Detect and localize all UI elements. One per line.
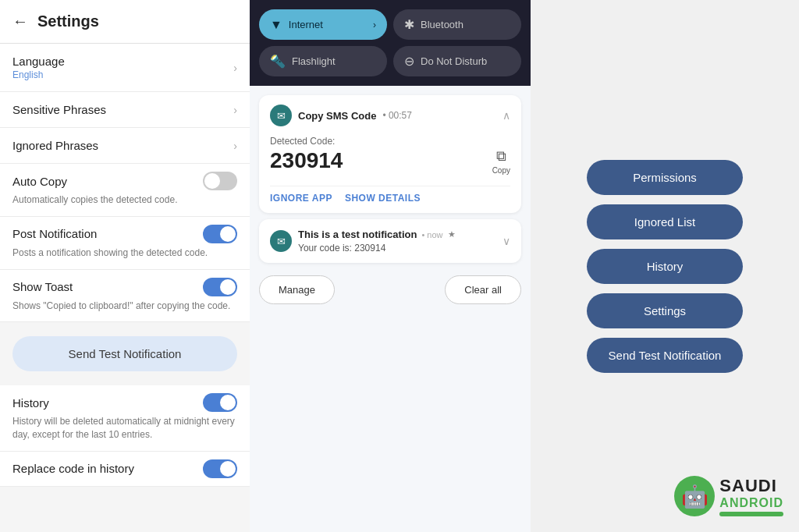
- quick-settings-bar: ▼ Internet › ✱ Bluetooth 🔦 Flashlight ⊖ …: [250, 0, 531, 86]
- copy-icon: ⧉: [496, 148, 506, 165]
- qs-dnd-label: Do Not Disturb: [421, 55, 487, 67]
- notification-bottom-actions: Manage Clear all: [259, 269, 521, 307]
- ignore-app-button[interactable]: IGNORE APP: [270, 193, 332, 204]
- notif2-time: • now: [421, 230, 442, 239]
- dnd-icon: ⊖: [404, 54, 414, 69]
- send-test-notification-button[interactable]: Send Test Notification: [12, 336, 237, 371]
- settings-item-language[interactable]: Language English ›: [0, 44, 250, 92]
- notification-card-2: ✉ This is a test notification • now ★ Yo…: [259, 219, 521, 263]
- logo-saudi-text: SAUDI: [719, 476, 783, 496]
- back-button[interactable]: ←: [12, 12, 28, 30]
- settings-list: Language English › Sensitive Phrases › I…: [0, 44, 250, 532]
- notif2-expand-icon[interactable]: ∨: [502, 235, 510, 247]
- right-panel: Permissions Ignored List History Setting…: [531, 0, 799, 532]
- show-toast-desc: Shows "Copied to clipboard!" after copyi…: [12, 300, 237, 317]
- settings-button[interactable]: Settings: [587, 293, 743, 328]
- qs-internet-label: Internet: [289, 19, 323, 30]
- qs-internet-button[interactable]: ▼ Internet ›: [259, 9, 387, 40]
- logo-android-text: ANDROID: [719, 496, 783, 510]
- copy-button[interactable]: ⧉ Copy: [492, 148, 510, 175]
- send-test-notification-button[interactable]: Send Test Notification: [587, 338, 743, 373]
- qs-bluetooth-button[interactable]: ✱ Bluetooth: [393, 9, 521, 40]
- toggle-item-replace-history: Replace code in history: [0, 452, 250, 487]
- chevron-right-icon: ›: [233, 140, 237, 152]
- qs-flashlight-label: Flashlight: [292, 55, 336, 67]
- bluetooth-icon: ✱: [404, 17, 414, 32]
- notif1-time: • 00:57: [382, 110, 412, 121]
- middle-panel: ▼ Internet › ✱ Bluetooth 🔦 Flashlight ⊖ …: [250, 0, 531, 532]
- language-sublabel: English: [12, 69, 65, 80]
- ignored-list-button[interactable]: Ignored List: [587, 204, 743, 239]
- auto-copy-desc: Automatically copies the detected code.: [12, 193, 237, 211]
- replace-history-label: Replace code in history: [12, 462, 134, 475]
- history-button[interactable]: History: [587, 249, 743, 284]
- detected-label: Detected Code:: [270, 136, 510, 147]
- flashlight-icon: 🔦: [270, 54, 286, 69]
- logo-robot-icon: 🤖: [674, 476, 715, 516]
- post-notification-desc: Posts a notification showing the detecte…: [12, 246, 237, 264]
- history-label: History: [12, 396, 49, 410]
- show-toast-toggle[interactable]: [203, 278, 237, 296]
- notification-card-1: ✉ Copy SMS Code • 00:57 ∧ Detected Code:…: [259, 95, 521, 213]
- show-details-button[interactable]: SHOW DETAILS: [345, 193, 421, 204]
- notif2-title: This is a test notification: [298, 229, 417, 240]
- settings-item-ignored-phrases[interactable]: Ignored Phrases ›: [0, 128, 250, 164]
- toggle-item-history: History History will be deleted automati…: [0, 385, 250, 452]
- language-label: Language: [12, 55, 65, 68]
- logo-area: 🤖 SAUDI ANDROID: [674, 476, 783, 516]
- logo-text: SAUDI ANDROID: [719, 476, 783, 516]
- history-desc: History will be deleted automatically at…: [12, 415, 237, 446]
- manage-button[interactable]: Manage: [259, 275, 335, 304]
- app-icon-test: ✉: [270, 230, 292, 252]
- chevron-right-icon: ›: [233, 104, 237, 116]
- ignored-phrases-label: Ignored Phrases: [12, 139, 98, 152]
- qs-bluetooth-label: Bluetooth: [421, 19, 463, 30]
- auto-copy-toggle[interactable]: [203, 172, 237, 190]
- toggle-item-auto-copy: Auto Copy Automatically copies the detec…: [0, 164, 250, 217]
- history-toggle[interactable]: [203, 393, 237, 412]
- notification-panel: ✉ Copy SMS Code • 00:57 ∧ Detected Code:…: [250, 86, 531, 532]
- show-toast-label: Show Toast: [12, 280, 73, 293]
- chevron-right-icon: ›: [233, 62, 237, 74]
- left-settings-panel: ← Settings Language English › Sensitive …: [0, 0, 250, 532]
- notif1-expand-icon[interactable]: ∧: [502, 109, 510, 122]
- detected-code: 230914: [270, 148, 343, 173]
- settings-item-sensitive-phrases[interactable]: Sensitive Phrases ›: [0, 92, 250, 128]
- notif2-body: Your code is: 230914: [298, 243, 456, 254]
- wifi-icon: ▼: [270, 18, 282, 32]
- auto-copy-label: Auto Copy: [12, 175, 67, 188]
- copy-label: Copy: [492, 166, 510, 175]
- notif1-app-name: Copy SMS Code: [298, 110, 376, 122]
- post-notification-label: Post Notification: [12, 227, 97, 240]
- clear-all-button[interactable]: Clear all: [445, 275, 521, 304]
- sensitive-phrases-label: Sensitive Phrases: [12, 103, 106, 116]
- qs-chevron-icon: ›: [373, 20, 376, 30]
- logo-bar: [719, 512, 783, 516]
- post-notification-toggle[interactable]: [203, 225, 237, 243]
- toggle-item-show-toast: Show Toast Shows "Copied to clipboard!" …: [0, 270, 250, 323]
- page-title: Settings: [37, 12, 99, 30]
- app-icon-sms: ✉: [270, 105, 292, 126]
- permissions-button[interactable]: Permissions: [587, 160, 743, 195]
- qs-flashlight-button[interactable]: 🔦 Flashlight: [259, 46, 387, 76]
- qs-dnd-button[interactable]: ⊖ Do Not Disturb: [393, 46, 521, 76]
- settings-header: ← Settings: [0, 0, 250, 44]
- replace-history-toggle[interactable]: [203, 459, 237, 478]
- toggle-item-post-notification: Post Notification Posts a notification s…: [0, 217, 250, 270]
